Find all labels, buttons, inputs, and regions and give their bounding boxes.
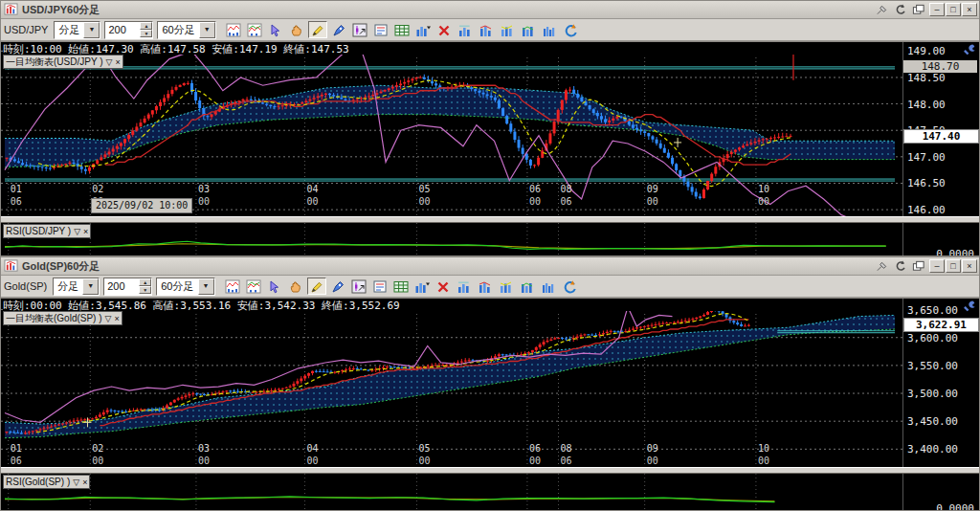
x-axis-time-label: 06 — [11, 455, 22, 466]
y-axis-label: 3,550.00 — [907, 360, 958, 372]
x-axis-time-label: 00 — [758, 455, 769, 466]
timeframe-dropdown[interactable]: 60分足▼ — [156, 278, 214, 296]
rsi-panel-gold[interactable]: RSI(Gold(SP) )▽× — [1, 474, 902, 511]
grid-button[interactable] — [391, 278, 411, 295]
candle-chart-alt-button[interactable] — [244, 278, 263, 295]
bars-c-icon — [499, 279, 514, 294]
price-chart-gold[interactable]: 時刻:00:00 始値:3,545.86 高値:3,553.16 安値:3,54… — [1, 299, 902, 467]
minimize-button[interactable]: – — [929, 259, 945, 273]
cascade-icon[interactable] — [911, 259, 926, 273]
candle-chart-button[interactable] — [223, 278, 242, 295]
close-icon: × — [82, 478, 87, 487]
x-axis-time-label: 06 — [11, 196, 22, 207]
x-axis-time-label: 00 — [92, 455, 103, 466]
rsi-plot-canvas[interactable] — [1, 223, 902, 256]
wrench-icon[interactable] — [963, 43, 976, 56]
pen-button[interactable] — [329, 21, 348, 38]
x-axis-day-label: 01 — [11, 443, 22, 454]
pin-icon[interactable] — [875, 259, 890, 273]
rsi-plot-canvas[interactable] — [1, 474, 902, 511]
indicator-legend-chip[interactable]: 一目均衡表(Gold(SP) )▽× — [3, 311, 122, 325]
hand-button[interactable] — [286, 278, 305, 295]
delete-button[interactable] — [434, 21, 454, 38]
x-axis-time-label: 06 — [560, 455, 571, 466]
crosshair-chart-button[interactable] — [349, 278, 368, 295]
rsi-legend-chip[interactable]: RSI(Gold(SP) )▽× — [3, 475, 90, 489]
bars-a-button[interactable] — [456, 21, 475, 38]
window-title: USD/JPY60分足 — [22, 3, 875, 17]
panel-splitter[interactable] — [1, 216, 979, 223]
pencil-button[interactable] — [307, 278, 326, 295]
panel-splitter[interactable] — [1, 467, 979, 474]
ichimoku-cloud — [5, 315, 895, 437]
bar-count-stepper[interactable]: 200▲▼ — [104, 21, 153, 39]
refresh-window-icon[interactable] — [893, 3, 908, 16]
current-price-box: 3,622.91 — [903, 318, 979, 332]
wrench-icon[interactable] — [963, 300, 976, 312]
indicator-legend-chip[interactable]: 一目均衡表(USD/JPY )▽× — [3, 55, 123, 69]
refresh-window-icon[interactable] — [893, 259, 908, 273]
spin-down-icon[interactable]: ▼ — [140, 30, 152, 37]
refresh-button[interactable] — [560, 278, 579, 295]
grid-button[interactable] — [392, 21, 412, 38]
x-axis-day-label: 03 — [198, 184, 210, 194]
ichimoku-cloud — [5, 85, 895, 167]
pencil-button[interactable] — [308, 21, 327, 38]
bar-count-stepper[interactable]: 200▲▼ — [103, 278, 152, 296]
titlebar[interactable]: USD/JPY60分足 – □ × — [1, 1, 979, 19]
x-axis-day-label: 05 — [419, 184, 431, 194]
minimize-button[interactable]: – — [929, 3, 945, 16]
titlebar[interactable]: Gold(SP)60分足 – □ × — [1, 257, 979, 276]
maximize-button[interactable]: □ — [946, 259, 961, 273]
cursor-button[interactable] — [265, 278, 284, 295]
timeframe-dropdown[interactable]: 60分足▼ — [157, 21, 215, 39]
pen-button[interactable] — [328, 278, 347, 295]
chart-window-usdjpy: USD/JPY60分足 – □ × USD/JPY 分足▼ 200▲▼ 60分足… — [0, 0, 980, 256]
candle-chart-alt-button[interactable] — [245, 21, 264, 38]
spin-down-icon[interactable]: ▼ — [139, 286, 151, 294]
close-button[interactable]: × — [962, 3, 977, 16]
y-axis-label: 149.00 — [907, 45, 946, 57]
x-axis-day-label: 04 — [306, 443, 318, 454]
bars-b-button[interactable] — [476, 278, 495, 295]
rsi-legend-chip[interactable]: RSI(USD/JPY )▽× — [3, 224, 91, 238]
spin-up-icon[interactable]: ▲ — [140, 22, 152, 30]
spin-up-icon[interactable]: ▲ — [139, 278, 151, 286]
price-scale[interactable]: 3,650.003,600.003,550.003,500.003,450.00… — [902, 299, 979, 467]
note-button[interactable] — [370, 278, 390, 295]
bars-e-button[interactable] — [539, 278, 558, 295]
cascade-icon[interactable] — [911, 3, 926, 16]
price-scale[interactable]: 149.00148.50148.00147.50147.00146.50146.… — [902, 42, 979, 216]
hand-button[interactable] — [287, 21, 306, 38]
delete-button[interactable] — [434, 278, 453, 295]
bars-b-button[interactable] — [477, 21, 496, 38]
bars-a-button[interactable] — [455, 278, 474, 295]
close-button[interactable]: × — [962, 259, 977, 273]
refresh-button[interactable] — [561, 21, 580, 38]
bars-d-button[interactable] — [518, 278, 537, 295]
rsi-panel-usdjpy[interactable]: RSI(USD/JPY )▽× — [1, 223, 902, 256]
price-plot-canvas[interactable]: 010602000300040005000600080609001000 — [1, 42, 902, 216]
cursor-button[interactable] — [266, 21, 285, 38]
candle-chart-button[interactable] — [224, 21, 243, 38]
price-chart-usdjpy[interactable]: 時刻:10:00 始値:147.30 高値:147.58 安値:147.19 終… — [1, 42, 902, 216]
bar-dropdown-button[interactable] — [412, 278, 432, 295]
cursor-icon — [268, 23, 283, 37]
period-type-dropdown[interactable]: 分足▼ — [53, 278, 100, 296]
price-plot-canvas[interactable]: 010602000300040005000600080609001000 — [1, 299, 902, 467]
bars-c-button[interactable] — [498, 21, 517, 38]
cursor-cross-marker — [674, 138, 681, 147]
bars-d-button[interactable] — [519, 21, 538, 38]
period-type-dropdown[interactable]: 分足▼ — [54, 21, 100, 39]
hand-icon — [289, 23, 304, 37]
crosshair-chart-button[interactable] — [350, 21, 369, 38]
current-price-box: 147.40 — [903, 129, 979, 144]
bar-dropdown-button[interactable] — [413, 21, 433, 38]
bars-e-button[interactable] — [540, 21, 559, 38]
candle-chart-icon — [226, 23, 241, 37]
bars-c-button[interactable] — [497, 278, 516, 295]
pin-icon[interactable] — [875, 3, 890, 16]
note-button[interactable] — [371, 21, 390, 38]
maximize-button[interactable]: □ — [946, 3, 961, 16]
rsi-scale: 0.0000 — [902, 474, 979, 511]
